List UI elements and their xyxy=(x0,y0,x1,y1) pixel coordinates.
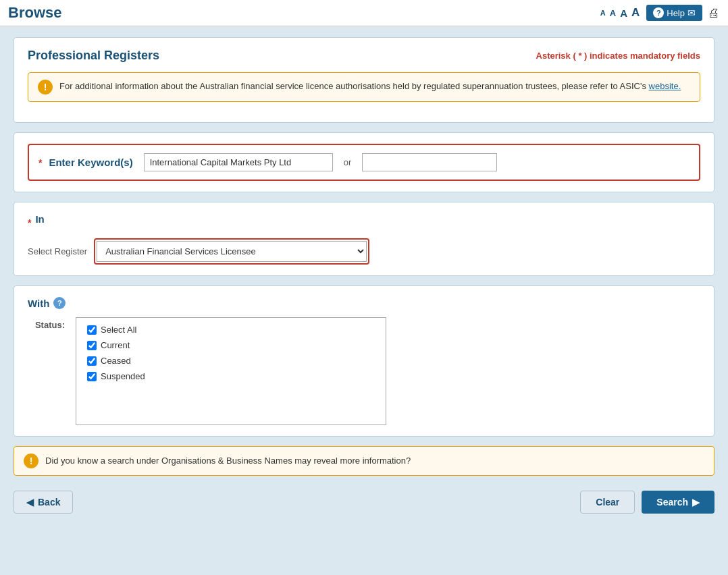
font-size-medium-btn[interactable]: A xyxy=(608,8,617,18)
checkbox-select-all[interactable] xyxy=(87,325,97,335)
info-box: ! For additional information about the A… xyxy=(28,72,700,102)
keyword-required-star: * xyxy=(38,157,42,168)
print-button[interactable]: 🖨 xyxy=(708,6,720,20)
with-section: With ? Status: Select All Current Ceased xyxy=(14,285,714,437)
or-label: or xyxy=(344,157,352,167)
font-size-xlarge-btn[interactable]: A xyxy=(630,6,641,20)
checkbox-suspended-label[interactable]: Suspended xyxy=(101,371,145,381)
top-bar-actions: A A A A ? Help ✉ 🖨 xyxy=(599,5,720,21)
register-select[interactable]: Australian Financial Services Licensee A… xyxy=(97,241,367,262)
in-label: In xyxy=(35,213,44,225)
in-required-star: * xyxy=(28,217,31,228)
select-register-label: Select Register xyxy=(28,246,87,256)
bottom-info-icon: ! xyxy=(24,454,38,468)
keyword-label: Enter Keyword(s) xyxy=(49,157,132,168)
action-bar: ◀ Back Clear Search ▶ xyxy=(14,487,714,518)
help-button[interactable]: ? Help ✉ xyxy=(646,5,702,21)
clear-button[interactable]: Clear xyxy=(580,491,635,514)
status-row: Status: Select All Current Ceased Suspen… xyxy=(28,317,700,425)
info-text: For additional information about the Aus… xyxy=(59,80,681,93)
status-box: Select All Current Ceased Suspended xyxy=(76,317,386,425)
font-size-controls: A A A A xyxy=(599,6,641,20)
keyword-row: * Enter Keyword(s) or xyxy=(28,144,700,181)
back-arrow-icon: ◀ xyxy=(26,497,34,508)
info-text-prefix: For additional information about the Aus… xyxy=(59,81,649,91)
help-label: Help xyxy=(667,8,685,18)
checkbox-ceased[interactable] xyxy=(87,356,97,366)
asic-website-link[interactable]: website. xyxy=(649,81,681,91)
checkbox-ceased-item: Ceased xyxy=(87,356,375,366)
help-icon: ? xyxy=(653,7,664,18)
checkbox-current-item: Current xyxy=(87,340,375,350)
header-card: Professional Registers Asterisk ( * ) in… xyxy=(14,37,714,123)
info-icon: ! xyxy=(38,80,53,94)
font-size-small-btn[interactable]: A xyxy=(599,9,607,17)
checkbox-ceased-label[interactable]: Ceased xyxy=(101,356,131,366)
checkbox-current[interactable] xyxy=(87,341,97,350)
help-email-icon: ✉ xyxy=(687,7,696,18)
search-button[interactable]: Search ▶ xyxy=(642,491,714,514)
select-bordered-wrapper: Australian Financial Services Licensee A… xyxy=(94,238,369,265)
with-header: With ? xyxy=(28,297,700,309)
back-label: Back xyxy=(38,497,60,508)
checkbox-current-label[interactable]: Current xyxy=(101,340,130,350)
search-arrow-icon: ▶ xyxy=(692,497,700,508)
right-buttons: Clear Search ▶ xyxy=(580,491,714,514)
keyword-input-2[interactable] xyxy=(362,153,497,171)
mandatory-note-suffix: ) indicates mandatory fields xyxy=(581,51,700,61)
mandatory-note: Asterisk ( * ) indicates mandatory field… xyxy=(536,51,700,61)
keyword-input[interactable] xyxy=(144,153,333,171)
checkbox-suspended[interactable] xyxy=(87,372,97,381)
select-register-row: Select Register Australian Financial Ser… xyxy=(28,238,700,265)
bottom-info-text: Did you know a search under Organisation… xyxy=(45,454,411,468)
with-title: With xyxy=(28,298,49,309)
back-button[interactable]: ◀ Back xyxy=(14,491,73,514)
bottom-info-box: ! Did you know a search under Organisati… xyxy=(14,446,714,476)
keyword-section: * Enter Keyword(s) or xyxy=(14,132,714,192)
checkbox-suspended-item: Suspended xyxy=(87,371,375,381)
checkbox-select-all-label[interactable]: Select All xyxy=(101,325,136,335)
in-section: * In Select Register Australian Financia… xyxy=(14,202,714,276)
with-help-icon[interactable]: ? xyxy=(53,297,66,309)
section-header: Professional Registers Asterisk ( * ) in… xyxy=(28,49,700,63)
section-title: Professional Registers xyxy=(28,49,159,63)
font-size-large-btn[interactable]: A xyxy=(619,7,629,19)
search-label: Search xyxy=(656,497,688,508)
mandatory-note-prefix: Asterisk ( xyxy=(536,51,579,61)
status-label: Status: xyxy=(28,320,65,330)
checkbox-select-all-item: Select All xyxy=(87,325,375,335)
page-title: Browse xyxy=(8,4,61,22)
top-bar: Browse A A A A ? Help ✉ 🖨 xyxy=(0,0,728,26)
main-content: Professional Registers Asterisk ( * ) in… xyxy=(0,26,728,528)
